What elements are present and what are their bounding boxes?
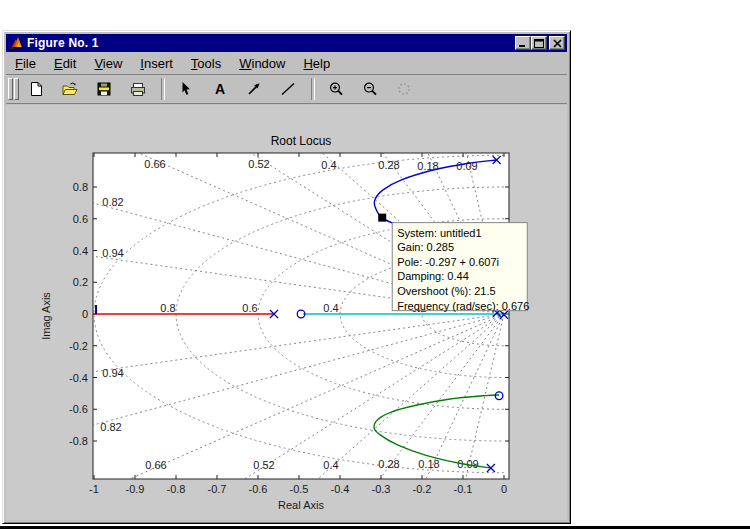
rotate3d-button[interactable] — [391, 77, 417, 101]
y-axis-label: Imag Axis — [40, 292, 52, 340]
sgrid-damping-label: 0.94 — [102, 367, 123, 379]
datatip-line: Damping: 0.44 — [397, 270, 469, 282]
close-button[interactable] — [549, 36, 565, 50]
x-tick-label: -0.9 — [126, 483, 145, 495]
text-tool-button[interactable]: A — [207, 77, 233, 101]
open-file-button[interactable] — [57, 77, 83, 101]
screenshot-stage: Figure No. 1 File Edit View Insert Tools… — [0, 0, 750, 529]
sgrid-damping-label: 0.28 — [378, 159, 399, 171]
open-folder-icon — [61, 81, 79, 97]
sgrid-damping-label: 0.52 — [253, 459, 274, 471]
sgrid-damping-label: 0.66 — [145, 459, 166, 471]
datatip-line: Pole: -0.297 + 0.607i — [397, 256, 499, 268]
datatip-line: System: untitled1 — [397, 227, 481, 239]
datatip-line: Frequency (rad/sec): 0.676 — [397, 300, 529, 312]
zoom-out-button[interactable] — [357, 77, 383, 101]
toolbar-grip[interactable] — [8, 78, 19, 100]
root-locus-plot[interactable]: 0.660.520.40.280.180.090.660.520.40.280.… — [6, 105, 567, 520]
pointer-tool-button[interactable] — [173, 77, 199, 101]
figure-canvas[interactable]: 0.660.520.40.280.180.090.660.520.40.280.… — [6, 105, 567, 520]
y-tick-label: 0 — [82, 308, 88, 320]
y-tick-label: -0.6 — [69, 403, 88, 415]
toolbar-separator — [311, 78, 315, 100]
pointer-arrow-icon — [177, 81, 195, 97]
x-tick-label: -0.2 — [413, 483, 432, 495]
save-floppy-icon — [95, 81, 113, 97]
x-tick-label: -0.7 — [208, 483, 227, 495]
y-tick-label: -0.2 — [69, 340, 88, 352]
arrow-tool-button[interactable] — [241, 77, 267, 101]
window-title: Figure No. 1 — [27, 36, 99, 50]
sgrid-wn-label: 0.6 — [242, 302, 257, 314]
menu-item-insert[interactable]: Insert — [131, 55, 182, 72]
save-figure-button[interactable] — [91, 77, 117, 101]
y-tick-label: -0.8 — [69, 435, 88, 447]
y-tick-label: -0.4 — [69, 372, 88, 384]
ne-arrow-icon — [245, 81, 263, 97]
zoom-in-button[interactable] — [323, 77, 349, 101]
datatip-line: Gain: 0.285 — [397, 241, 454, 253]
line-icon — [279, 81, 297, 97]
sgrid-damping-label: 0.4 — [321, 159, 336, 171]
x-tick-label: -0.4 — [331, 483, 350, 495]
new-document-icon — [27, 81, 45, 97]
new-figure-button[interactable] — [23, 77, 49, 101]
window-titlebar[interactable]: Figure No. 1 — [6, 34, 567, 52]
close-icon — [553, 39, 562, 48]
zoom-out-icon — [361, 81, 379, 97]
sgrid-wn-label: 0.8 — [160, 302, 175, 314]
menu-item-help[interactable]: Help — [294, 55, 339, 72]
plot-title: Root Locus — [271, 134, 332, 148]
sgrid-damping-label: 0.94 — [102, 247, 123, 259]
x-tick-label: -1 — [89, 483, 99, 495]
menu-item-tools[interactable]: Tools — [182, 55, 230, 72]
minimize-icon — [518, 39, 528, 48]
toolbar: A — [6, 75, 567, 104]
x-tick-label: -0.5 — [290, 483, 309, 495]
sgrid-damping-label: 0.82 — [102, 196, 123, 208]
sgrid-damping-label: 0.4 — [323, 459, 338, 471]
zoom-in-icon — [327, 81, 345, 97]
y-tick-label: 0.8 — [73, 181, 88, 193]
x-tick-label: -0.8 — [167, 483, 186, 495]
maximize-icon — [534, 39, 544, 48]
y-tick-label: 0.2 — [73, 276, 88, 288]
svg-text:A: A — [215, 81, 225, 97]
maximize-button[interactable] — [531, 36, 547, 50]
sgrid-damping-label: 0.82 — [100, 421, 121, 433]
minimize-button[interactable] — [515, 36, 531, 50]
axes-background — [93, 153, 509, 479]
sgrid-wn-label: 0.4 — [323, 302, 338, 314]
y-tick-label: 0.6 — [73, 213, 88, 225]
figure-window: Figure No. 1 File Edit View Insert Tools… — [2, 30, 571, 524]
line-tool-button[interactable] — [275, 77, 301, 101]
sgrid-damping-label: 0.28 — [378, 458, 399, 470]
matlab-logo-icon — [8, 36, 23, 51]
sgrid-damping-label: 0.66 — [144, 158, 165, 170]
menu-item-view[interactable]: View — [85, 55, 131, 72]
rotate3d-icon — [395, 81, 413, 97]
window-controls — [515, 36, 565, 50]
y-tick-label: 0.4 — [73, 245, 88, 257]
sgrid-damping-label: 0.18 — [418, 458, 439, 470]
printer-icon — [129, 81, 147, 97]
selected-point-marker[interactable] — [378, 214, 386, 222]
sgrid-damping-label: 0.52 — [248, 158, 269, 170]
datatip-line: Overshoot (%): 21.5 — [397, 285, 495, 297]
x-tick-label: -0.6 — [249, 483, 268, 495]
x-tick-label: -0.1 — [454, 483, 473, 495]
x-tick-label: -0.3 — [372, 483, 391, 495]
x-tick-label: 0 — [501, 483, 507, 495]
toolbar-separator — [161, 78, 165, 100]
print-figure-button[interactable] — [125, 77, 151, 101]
menu-item-window[interactable]: Window — [230, 55, 294, 72]
text-A-icon: A — [211, 81, 229, 97]
menu-item-file[interactable]: File — [6, 55, 45, 72]
x-axis-label: Real Axis — [278, 499, 324, 511]
menubar: File Edit View Insert Tools Window Help — [6, 53, 567, 75]
menu-item-edit[interactable]: Edit — [45, 55, 85, 72]
